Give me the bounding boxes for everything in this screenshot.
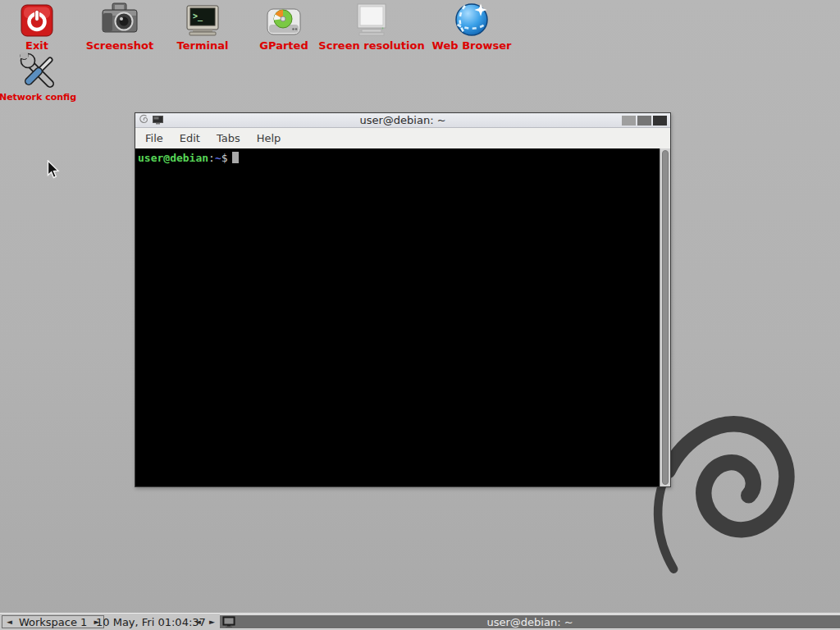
- close-button[interactable]: [653, 116, 667, 126]
- task-button-terminal[interactable]: user@debian: ~: [220, 614, 840, 629]
- monitor-icon: [353, 2, 390, 38]
- window-titlebar[interactable]: user@debian: ~: [135, 113, 670, 128]
- minimize-button[interactable]: [622, 116, 636, 126]
- debian-swirl-icon: [139, 112, 148, 128]
- menu-tabs[interactable]: Tabs: [208, 130, 249, 147]
- power-icon: [21, 2, 53, 38]
- tasklist-prev-icon[interactable]: ◄: [195, 619, 201, 626]
- desktop-icon-screen-resolution[interactable]: Screen resolution: [321, 2, 422, 52]
- mouse-pointer-icon: [47, 160, 61, 183]
- crt-terminal-icon: >_: [185, 2, 220, 38]
- text-cursor: [232, 152, 239, 163]
- prompt-symbol: $: [221, 152, 228, 164]
- terminal-content[interactable]: user@debian:~$: [135, 148, 670, 486]
- task-monitor-icon: [222, 616, 235, 630]
- icon-label: Screen resolution: [318, 39, 424, 52]
- task-title: user@debian: ~: [486, 616, 573, 628]
- globe-icon: [454, 2, 490, 38]
- prompt-separator: :: [208, 152, 215, 164]
- window-title: user@debian: ~: [135, 113, 670, 128]
- scrollbar-thumb[interactable]: [662, 150, 669, 485]
- svg-text:>_: >_: [193, 11, 203, 21]
- desktop-icon-gparted[interactable]: GParted: [243, 2, 325, 52]
- desktop-icon-web-browser[interactable]: Web Browser: [422, 2, 521, 52]
- icon-label: Web Browser: [432, 39, 512, 52]
- menu-edit[interactable]: Edit: [171, 130, 208, 147]
- icon-label: Network config: [0, 92, 76, 103]
- icon-label: GParted: [259, 39, 308, 52]
- terminal-app-icon: [153, 112, 163, 128]
- desktop-icon-terminal[interactable]: >_ Terminal: [162, 2, 244, 52]
- prompt-path: ~: [215, 152, 221, 164]
- desktop-icon-screenshot[interactable]: Screenshot: [79, 2, 161, 52]
- shell-prompt: user@debian:~$: [138, 152, 239, 164]
- desktop-icon-network-config[interactable]: Network config: [0, 54, 75, 103]
- maximize-button[interactable]: [637, 116, 651, 126]
- icon-label: Terminal: [177, 39, 229, 52]
- workspace-label: Workspace 1: [19, 616, 87, 628]
- icon-label: Screenshot: [86, 39, 154, 52]
- workspace-pager: ◄ Workspace 1 ►: [2, 615, 104, 628]
- menubar: File Edit Tabs Help: [135, 128, 670, 148]
- icon-label: Exit: [25, 39, 48, 52]
- camera-icon: [102, 2, 138, 38]
- scrollbar-track[interactable]: [660, 148, 670, 486]
- tools-icon: [20, 54, 56, 90]
- taskbar: ◄ Workspace 1 ► 10 May, Fri 01:04:37 ◄ ►…: [0, 613, 840, 630]
- disk-partition-icon: [266, 2, 302, 38]
- tasklist-next-icon[interactable]: ►: [209, 619, 215, 626]
- menu-help[interactable]: Help: [249, 130, 290, 147]
- menu-file[interactable]: File: [137, 130, 171, 147]
- workspace-prev-icon[interactable]: ◄: [7, 619, 12, 626]
- terminal-window: user@debian: ~ File Edit Tabs Help user@…: [135, 112, 671, 487]
- clock: 10 May, Fri 01:04:37: [96, 614, 206, 630]
- prompt-user-host: user@debian: [138, 152, 208, 164]
- desktop-icon-exit[interactable]: Exit: [4, 2, 70, 52]
- debian-swirl-watermark: [651, 413, 795, 577]
